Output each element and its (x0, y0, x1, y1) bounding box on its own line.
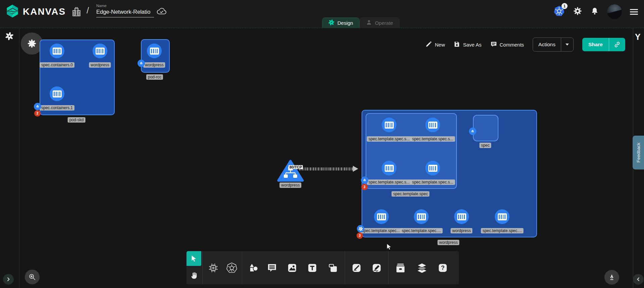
container-icon[interactable] (454, 209, 469, 224)
save-icon (453, 41, 460, 49)
deployment-kind-badge[interactable] (357, 225, 364, 232)
operate-person-icon (366, 19, 372, 26)
pod-kind-badge[interactable] (469, 128, 476, 135)
expand-left-panel-chevron[interactable] (3, 274, 14, 285)
container-node[interactable]: spec.template.spec.s... (382, 118, 396, 132)
design-action-bar: New Save As Comments Actions Share (425, 38, 625, 52)
node-label: wordpress (279, 182, 301, 188)
pan-hand-tool-button[interactable] (187, 268, 202, 283)
actions-button[interactable]: Actions (533, 38, 574, 52)
actions-dropdown-caret[interactable] (561, 38, 573, 51)
shapes-tool-button[interactable] (246, 261, 261, 275)
comment-tool-button[interactable] (265, 261, 279, 275)
text-tool-button[interactable] (305, 261, 320, 275)
select-tool-button[interactable] (186, 251, 201, 266)
name-field-label: Name (96, 4, 154, 8)
kanvas-app: KANVAS / Name Edge-Network-Relatio Desig… (0, 0, 644, 288)
copy-link-icon[interactable] (609, 38, 625, 51)
settings-gear-icon[interactable] (573, 6, 582, 17)
node-label: spec.containers.1 (40, 104, 74, 111)
edge-arrowhead (353, 166, 358, 172)
share-button[interactable]: Share (582, 38, 625, 51)
node-spec[interactable] (473, 115, 498, 141)
group-spec-template-spec[interactable] (366, 113, 457, 189)
save-as-label: Save As (463, 42, 481, 48)
brand-logo[interactable]: KANVAS (5, 4, 66, 19)
container-node[interactable]: spec.containers.0 (50, 44, 64, 58)
container-icon[interactable] (382, 118, 396, 132)
service-node-wordpress[interactable]: wordpress (277, 160, 304, 183)
actions-label: Actions (533, 42, 561, 48)
node-label: wordpress (143, 62, 165, 68)
edge-port-label[interactable]: 80/TCP (288, 165, 303, 169)
pod-kind-badge[interactable] (361, 176, 368, 184)
share-label: Share (582, 42, 609, 48)
container-icon[interactable] (374, 209, 389, 224)
tab-operate[interactable]: Operate (360, 17, 399, 28)
container-icon[interactable] (425, 118, 440, 132)
freehand-draw-tool-button[interactable] (369, 261, 384, 275)
feedback-tab[interactable]: Feedback (633, 136, 644, 169)
pod-kind-badge[interactable] (138, 60, 145, 67)
mode-tabs: Design Operate (322, 17, 399, 28)
pod-kind-badge[interactable] (34, 103, 41, 110)
container-icon[interactable] (414, 209, 429, 224)
name-field-value[interactable]: Edge-Network-Relatio (96, 9, 154, 17)
error-count-badge[interactable]: 2 (34, 110, 41, 117)
container-node[interactable]: wordpress (147, 44, 162, 58)
comments-label: Comments (500, 42, 524, 48)
pen-path-tool-button[interactable] (349, 261, 364, 275)
node-label: wordpress (89, 62, 111, 68)
error-count-badge[interactable]: 3 (357, 232, 363, 239)
note-tool-button[interactable] (326, 261, 340, 275)
zoom-in-button[interactable] (25, 270, 40, 284)
right-panel-handle[interactable]: Y (635, 32, 641, 42)
kubernetes-tool-button[interactable] (224, 261, 239, 275)
component-shapes-tool-button[interactable] (206, 261, 221, 275)
comments-button[interactable]: Comments (490, 41, 524, 49)
layers-tool-button[interactable] (415, 261, 429, 275)
image-tool-button[interactable] (285, 261, 300, 275)
container-node[interactable]: spec.template.spec.... (374, 209, 389, 224)
design-spiral-icon (328, 19, 334, 26)
container-node[interactable]: spec.template.spec.s... (382, 161, 396, 175)
node-label: wordpress (450, 227, 472, 233)
container-node[interactable]: spec.template.spec.s... (425, 161, 440, 175)
node-label: spec.template.spec.... (360, 227, 403, 233)
container-icon[interactable] (147, 44, 162, 58)
node-label: spec.template.spec.s... (411, 179, 455, 185)
group-label-pod-rcc: pod-rcc (146, 74, 163, 80)
container-icon[interactable] (50, 86, 64, 101)
container-icon[interactable] (382, 161, 396, 175)
save-as-button[interactable]: Save As (453, 41, 481, 49)
hamburger-menu-icon[interactable] (630, 9, 638, 15)
edge-service-to-deployment[interactable] (300, 167, 354, 170)
notifications-bell-icon[interactable] (590, 6, 599, 17)
error-count-badge[interactable]: 3 (361, 184, 368, 190)
organization-icon[interactable] (71, 5, 82, 19)
container-icon[interactable] (93, 44, 107, 58)
new-button[interactable]: New (425, 41, 445, 49)
group-label-pod-skd: pod-skd (68, 117, 86, 123)
container-node[interactable]: wordpress (454, 209, 469, 224)
svg-text:?: ? (441, 265, 445, 271)
pen-mode-button[interactable] (604, 270, 619, 285)
group-label-spec-template-spec: spec.template.spec (391, 191, 429, 197)
collapse-right-panel-chevron[interactable] (633, 274, 644, 285)
tab-design[interactable]: Design (322, 17, 360, 28)
container-icon[interactable] (425, 161, 440, 175)
container-icon[interactable] (50, 44, 64, 58)
help-tool-button[interactable]: ? (435, 261, 450, 275)
container-node[interactable]: spec.containers.1 (50, 86, 64, 101)
app-header: KANVAS / Name Edge-Network-Relatio Desig… (0, 0, 644, 28)
container-node[interactable]: spec.template.spec.... (414, 209, 429, 224)
drawer-archive-tool-button[interactable] (393, 261, 408, 275)
container-icon[interactable] (495, 209, 509, 224)
meshery-spiral-icon[interactable] (5, 32, 13, 42)
user-avatar[interactable] (607, 4, 622, 19)
container-node[interactable]: spec.template.spec.s... (425, 118, 440, 132)
kubernetes-context-button[interactable]: 1 (553, 5, 565, 18)
design-name-field[interactable]: Name Edge-Network-Relatio (96, 4, 154, 17)
container-node[interactable]: wordpress (93, 44, 107, 58)
container-node[interactable]: spec.template.spec.... (495, 209, 509, 224)
